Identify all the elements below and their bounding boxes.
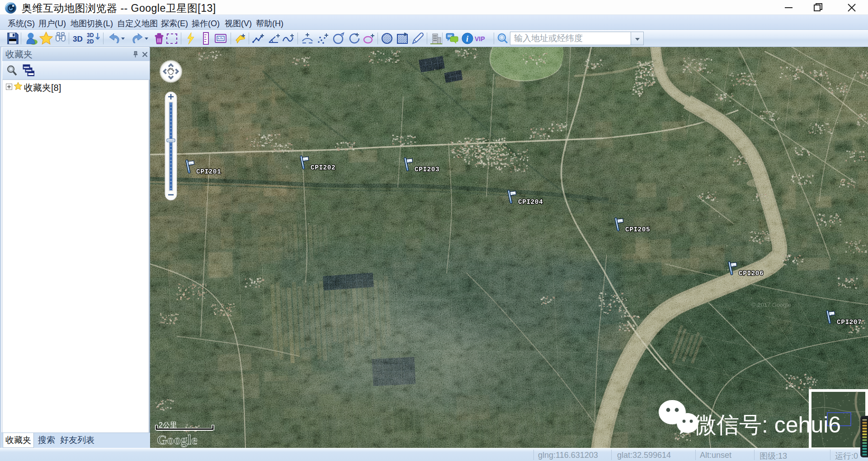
- svg-text:VIP: VIP: [475, 35, 485, 42]
- svg-text:2公里: 2公里: [159, 421, 177, 429]
- svg-text:CPI204: CPI204: [518, 198, 543, 206]
- svg-text:i: i: [466, 34, 468, 43]
- svg-text:CPI207: CPI207: [837, 319, 862, 326]
- svg-text:微信号: cehui6: 微信号: cehui6: [694, 412, 841, 437]
- svg-text:3D: 3D: [87, 32, 94, 38]
- svg-text:© 2017 Google: © 2017 Google: [751, 301, 791, 308]
- svg-text:CPI201: CPI201: [196, 168, 221, 175]
- svg-text:CPI206: CPI206: [739, 270, 764, 277]
- svg-text:Google: Google: [157, 433, 198, 447]
- svg-text:CPI205: CPI205: [625, 226, 650, 233]
- svg-text:CPI202: CPI202: [311, 164, 335, 171]
- svg-text:CPI203: CPI203: [415, 166, 439, 173]
- svg-text:2D: 2D: [87, 38, 94, 45]
- svg-text:3D: 3D: [73, 35, 83, 43]
